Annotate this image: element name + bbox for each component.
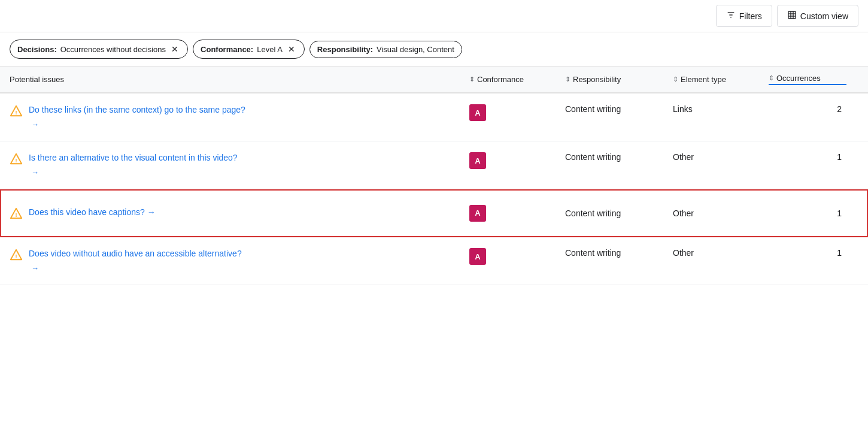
col-header-potential-issues: Potential issues: [10, 75, 469, 84]
badge-a-1: A: [469, 104, 486, 121]
decisions-chip-close[interactable]: ✕: [169, 44, 180, 55]
issue-cell-2: ! Is there an alternative to the visual …: [10, 152, 469, 177]
conformance-badge-2: A: [469, 152, 565, 169]
element-type-1: Links: [673, 104, 769, 114]
toolbar: Filters Custom view: [0, 0, 868, 32]
sort-icon-responsibility: ⇕: [565, 75, 570, 83]
occurrences-2: 1: [769, 152, 846, 162]
table-row: ! Does video without audio have an acces…: [0, 237, 868, 285]
filters-label: Filters: [739, 11, 762, 21]
table-icon: [787, 10, 797, 22]
occurrences-1: 2: [769, 104, 846, 114]
issue-title-2[interactable]: Is there an alternative to the visual co…: [29, 152, 238, 164]
svg-text:!: !: [15, 253, 17, 259]
responsibility-4: Content writing: [565, 248, 673, 258]
conformance-badge-3: A: [469, 205, 565, 222]
col-label-element-type: Element type: [681, 75, 726, 84]
issue-arrow-4[interactable]: →: [10, 264, 469, 273]
conformance-chip-close[interactable]: ✕: [286, 44, 297, 55]
occurrences-4: 1: [769, 248, 846, 258]
decisions-chip[interactable]: Decisions: Occurrences without decisions…: [10, 40, 188, 59]
responsibility-chip-value: Visual design, Content: [377, 45, 454, 54]
col-label-potential-issues: Potential issues: [10, 75, 64, 84]
responsibility-1: Content writing: [565, 104, 673, 114]
badge-a-3: A: [469, 205, 486, 222]
filters-button[interactable]: Filters: [716, 5, 772, 27]
table-row: ! Is there an alternative to the visual …: [0, 141, 868, 189]
table-row-highlighted: ! Does this video have captions? → A Con…: [0, 189, 868, 237]
warning-icon-2: !: [10, 152, 23, 165]
warning-icon-1: !: [10, 104, 23, 117]
issue-arrow-1[interactable]: →: [10, 120, 469, 129]
col-header-element-type[interactable]: ⇕ Element type: [673, 75, 769, 84]
filter-icon: [726, 10, 736, 22]
svg-rect-3: [788, 11, 796, 19]
occurrences-3: 1: [769, 209, 846, 218]
table-header: Potential issues ⇕ Conformance ⇕ Respons…: [0, 67, 868, 93]
warning-icon-4: !: [10, 248, 23, 261]
filter-chips-bar: Decisions: Occurrences without decisions…: [0, 32, 868, 67]
issue-cell-1: ! Do these links (in the same context) g…: [10, 104, 469, 129]
custom-view-label: Custom view: [800, 11, 848, 21]
issue-cell-4: ! Does video without audio have an acces…: [10, 248, 469, 273]
sort-icon-element-type: ⇕: [673, 75, 678, 83]
sort-icon-conformance: ⇕: [469, 75, 475, 83]
inline-arrow-3: →: [147, 207, 156, 217]
issue-title-3[interactable]: Does this video have captions? →: [29, 207, 156, 219]
conformance-badge-4: A: [469, 248, 565, 265]
responsibility-chip[interactable]: Responsibility: Visual design, Content: [309, 41, 462, 58]
conformance-badge-1: A: [469, 104, 565, 121]
sort-icon-occurrences: ⇕: [769, 74, 774, 82]
decisions-chip-value: Occurrences without decisions: [60, 45, 166, 54]
conformance-chip-label: Conformance:: [201, 45, 253, 54]
col-header-occurrences[interactable]: ⇕ Occurrences: [769, 74, 846, 85]
custom-view-button[interactable]: Custom view: [777, 5, 858, 27]
element-type-3: Other: [673, 209, 769, 218]
svg-text:!: !: [15, 212, 17, 217]
col-label-conformance: Conformance: [477, 75, 524, 84]
issue-arrow-2[interactable]: →: [10, 168, 469, 177]
conformance-chip-value: Level A: [257, 45, 283, 54]
col-label-responsibility: Responsibility: [573, 75, 621, 84]
table-row: ! Do these links (in the same context) g…: [0, 93, 868, 141]
responsibility-3: Content writing: [565, 209, 673, 218]
issue-cell-3: ! Does this video have captions? →: [10, 207, 469, 220]
col-header-conformance[interactable]: ⇕ Conformance: [469, 75, 565, 84]
responsibility-chip-label: Responsibility:: [317, 45, 373, 54]
element-type-4: Other: [673, 248, 769, 258]
col-label-occurrences: Occurrences: [776, 74, 821, 83]
badge-a-2: A: [469, 152, 486, 169]
badge-a-4: A: [469, 248, 486, 265]
conformance-chip[interactable]: Conformance: Level A ✕: [193, 40, 305, 59]
responsibility-2: Content writing: [565, 152, 673, 162]
svg-text:!: !: [15, 158, 17, 164]
issues-table: Potential issues ⇕ Conformance ⇕ Respons…: [0, 67, 868, 285]
issue-title-1[interactable]: Do these links (in the same context) go …: [29, 104, 245, 116]
warning-icon-3: !: [10, 207, 23, 220]
svg-text:!: !: [15, 110, 17, 116]
decisions-chip-label: Decisions:: [17, 45, 57, 54]
element-type-2: Other: [673, 152, 769, 162]
col-header-responsibility[interactable]: ⇕ Responsibility: [565, 75, 673, 84]
issue-title-4[interactable]: Does video without audio have an accessi…: [29, 248, 242, 260]
